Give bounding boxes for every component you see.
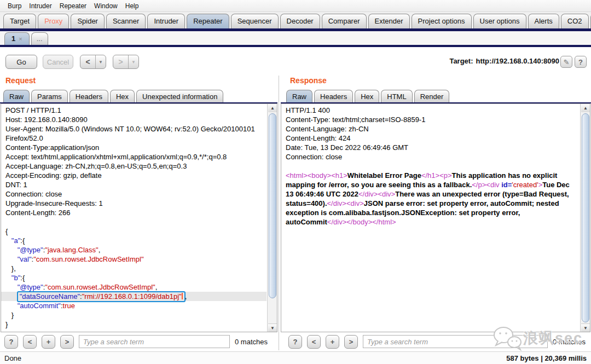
forward-dropdown-icon[interactable]: ▼ xyxy=(129,55,138,68)
text-segment: Accept-Language: zh-CN,zh;q=0.8,en-US;q=… xyxy=(5,162,187,170)
repeater-tab-label: ... xyxy=(37,34,43,43)
response-search-prev-button[interactable]: < xyxy=(307,335,321,349)
request-search-matches: 0 matches xyxy=(235,338,268,346)
text-segment: <div> xyxy=(346,199,364,207)
text-segment: "java.lang.Class" xyxy=(45,246,98,254)
tab-extender[interactable]: Extender xyxy=(368,14,410,28)
response-tab-hex[interactable]: Hex xyxy=(355,90,379,103)
response-stats: 587 bytes | 20,369 millis xyxy=(506,354,587,362)
editor-line xyxy=(281,161,580,171)
request-scrollbar[interactable]: ▲ ▼ xyxy=(267,104,277,332)
request-tab-hex[interactable]: Hex xyxy=(110,90,135,103)
text-segment xyxy=(5,236,11,245)
tab-sequencer[interactable]: Sequencer xyxy=(231,14,279,28)
tab-scanner[interactable]: Scanner xyxy=(106,14,146,28)
response-editor[interactable]: HTTP/1.1 400Content-Type: text/html;char… xyxy=(281,103,590,332)
tab-comparer[interactable]: Comparer xyxy=(322,14,367,28)
response-tab-render[interactable]: Render xyxy=(414,90,450,103)
burp-suite-window: BurpIntruderRepeaterWindowHelp TargetPro… xyxy=(0,0,591,364)
response-content: HTTP/1.1 400Content-Type: text/html;char… xyxy=(281,106,580,227)
cancel-button[interactable]: Cancel xyxy=(43,55,73,69)
menu-item-window[interactable]: Window xyxy=(91,1,121,11)
request-search-bar: ? < + > 0 matches xyxy=(4,334,268,349)
tab-co2[interactable]: CO2 xyxy=(561,14,589,28)
panel-divider xyxy=(279,76,279,350)
menu-item-repeater[interactable]: Repeater xyxy=(56,1,90,11)
tab-project-options[interactable]: Project options xyxy=(412,14,472,28)
tab-user-options[interactable]: User options xyxy=(473,14,526,28)
editor-line: { xyxy=(1,227,266,236)
request-content: POST / HTTP/1.1Host: 192.168.0.140:8090U… xyxy=(1,106,266,329)
tab-alerts[interactable]: Alerts xyxy=(528,14,559,28)
tab-repeater[interactable]: Repeater xyxy=(187,14,229,28)
text-segment: 'created' xyxy=(512,181,538,189)
request-scroll-thumb[interactable] xyxy=(269,113,276,298)
editor-line: Content-Type:application/json xyxy=(1,143,266,152)
response-tab-headers[interactable]: Headers xyxy=(314,90,353,103)
response-search-help-button[interactable]: ? xyxy=(288,335,302,349)
text-segment: Accept-Encoding: gzip, deflate xyxy=(5,171,102,180)
response-search-next-button[interactable]: > xyxy=(344,335,358,349)
help-button[interactable]: ? xyxy=(575,56,587,68)
tab-target[interactable]: Target xyxy=(3,14,36,28)
text-cursor xyxy=(182,293,183,299)
text-segment: "val" xyxy=(18,255,32,263)
menu-item-burp[interactable]: Burp xyxy=(4,1,25,11)
request-search-help-button[interactable]: ? xyxy=(4,335,18,349)
tab-proxy[interactable]: Proxy xyxy=(38,14,69,28)
editor-line: User-Agent: Mozilla/5.0 (Windows NT 10.0… xyxy=(1,124,266,134)
request-search-prev-button[interactable]: < xyxy=(23,335,37,349)
scroll-up-icon[interactable]: ▲ xyxy=(268,104,277,112)
tab-intruder[interactable]: Intruder xyxy=(147,14,185,28)
text-segment: </html> xyxy=(372,218,396,226)
editor-line: Firefox/52.0 xyxy=(1,134,266,143)
editor-line: "dataSourceName":"rmi://192.168.0.1:1099… xyxy=(1,292,266,301)
tab-decoder[interactable]: Decoder xyxy=(280,14,320,28)
repeater-tab-1[interactable]: 1× xyxy=(4,32,30,45)
response-search-input[interactable] xyxy=(363,335,548,348)
text-segment: HTTP/1.1 400 xyxy=(286,106,330,114)
response-tab-raw[interactable]: Raw xyxy=(286,90,312,103)
editor-line: Connection: close xyxy=(1,189,266,199)
scroll-up-icon[interactable]: ▲ xyxy=(581,104,590,112)
response-tab-html[interactable]: HTML xyxy=(381,90,412,103)
response-scrollbar[interactable]: ▲ ▼ xyxy=(580,104,590,332)
request-search-next-button[interactable]: > xyxy=(60,335,74,349)
text-segment: </div> xyxy=(327,218,346,226)
response-search-options-button[interactable]: + xyxy=(326,335,339,349)
request-search-input[interactable] xyxy=(79,335,230,348)
close-tab-icon[interactable]: × xyxy=(19,36,22,42)
scroll-down-icon[interactable]: ▼ xyxy=(581,323,590,332)
request-tab-headers[interactable]: Headers xyxy=(69,90,108,103)
response-scroll-thumb[interactable] xyxy=(582,113,589,322)
request-tab-params[interactable]: Params xyxy=(31,90,68,103)
text-segment: Firefox/52.0 xyxy=(5,134,43,142)
main-tab-bar: TargetProxySpiderScannerIntruderRepeater… xyxy=(0,12,591,28)
highlight-box: "dataSourceName":"rmi://192.168.0.1:1099… xyxy=(17,291,186,302)
text-segment: </p> xyxy=(472,181,486,189)
status-text: Done xyxy=(4,354,21,362)
tab-spider[interactable]: Spider xyxy=(71,14,105,28)
scroll-down-icon[interactable]: ▼ xyxy=(268,323,277,332)
menu-item-intruder[interactable]: Intruder xyxy=(26,1,55,11)
response-search-bar: ? < + > 0 matches xyxy=(288,334,586,349)
text-segment: Host: 192.168.0.140:8090 xyxy=(5,115,88,124)
back-dropdown-icon[interactable]: ▼ xyxy=(96,55,106,68)
request-editor-tabs: RawParamsHeadersHexUnexpected informatio… xyxy=(3,89,225,103)
menu-item-help[interactable]: Help xyxy=(122,1,142,11)
text-segment xyxy=(5,283,18,291)
editor-line: "a":{ xyxy=(1,236,266,245)
go-button[interactable]: Go xyxy=(5,55,37,69)
text-segment xyxy=(5,302,18,310)
text-segment: Content-Length: 424 xyxy=(286,134,351,142)
request-search-options-button[interactable]: + xyxy=(42,335,55,349)
request-editor[interactable]: POST / HTTP/1.1Host: 192.168.0.140:8090U… xyxy=(1,103,277,332)
edit-target-button[interactable]: ✎ xyxy=(560,56,572,68)
request-tab-unexpected-information[interactable]: Unexpected information xyxy=(136,90,223,103)
text-segment: id= xyxy=(501,181,512,189)
forward-button[interactable]: > ▼ xyxy=(113,55,139,69)
back-button[interactable]: < ▼ xyxy=(80,55,106,69)
editor-line: Upgrade-Insecure-Requests: 1 xyxy=(1,199,266,208)
repeater-tab-[interactable]: ... xyxy=(31,32,48,45)
request-tab-raw[interactable]: Raw xyxy=(3,90,30,103)
